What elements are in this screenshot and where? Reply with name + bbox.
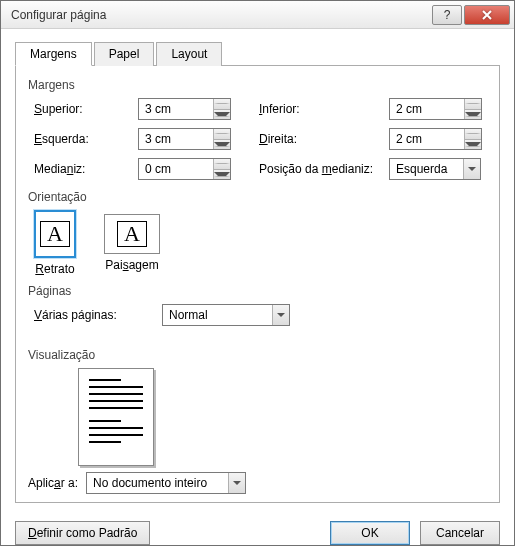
spinner-up-icon[interactable] [214,159,230,170]
orientation-landscape[interactable]: A Paisagem [104,210,160,276]
ok-button[interactable]: OK [330,521,410,545]
varias-paginas-select[interactable]: Normal [162,304,290,326]
varias-paginas-label: Várias páginas: [34,308,117,322]
esquerda-input[interactable] [138,128,231,150]
direita-label: Direita: [259,132,297,146]
page-setup-dialog: Configurar página ? Margens Papel Layout… [0,0,515,546]
spinner-up-icon[interactable] [214,99,230,110]
aplicar-select[interactable]: No documento inteiro [86,472,246,494]
aplicar-label: Aplicar a: [28,476,78,490]
window-title: Configurar página [11,8,430,22]
margens-group-label: Margens [28,78,487,92]
tabs: Margens Papel Layout [15,41,500,66]
orientation-landscape-label: Paisagem [104,258,160,272]
spinner-down-icon[interactable] [465,140,481,150]
inferior-label: Inferior: [259,102,300,116]
spinner-down-icon[interactable] [214,140,230,150]
panel-margens: Margens Superior: Inferior: Esquerda: Di… [15,66,500,503]
inferior-input[interactable] [389,98,482,120]
chevron-down-icon [272,305,289,325]
help-button[interactable]: ? [432,5,462,25]
superior-input[interactable] [138,98,231,120]
spinner-up-icon[interactable] [465,99,481,110]
tab-margens[interactable]: Margens [15,42,92,66]
close-icon [481,9,493,21]
cancel-button[interactable]: Cancelar [420,521,500,545]
set-default-label: Definir como Padrão [28,526,137,540]
close-button[interactable] [464,5,510,25]
tab-papel[interactable]: Papel [94,42,155,66]
landscape-icon: A [117,221,147,247]
medianiz-input[interactable] [138,158,231,180]
spinner-down-icon[interactable] [465,110,481,120]
spinner-up-icon[interactable] [214,129,230,140]
pos-medianiz-label: Posição da medianiz: [259,162,373,176]
visualizacao-group-label: Visualização [28,348,487,362]
pos-medianiz-select[interactable]: Esquerda [389,158,481,180]
spinner-down-icon[interactable] [214,110,230,120]
tab-layout[interactable]: Layout [156,42,222,66]
medianiz-label: Medianiz: [34,162,85,176]
set-default-button[interactable]: Definir como Padrão [15,521,150,545]
esquerda-label: Esquerda: [34,132,89,146]
orientacao-group-label: Orientação [28,190,487,204]
portrait-icon: A [40,221,70,247]
spinner-down-icon[interactable] [214,170,230,180]
paginas-group-label: Páginas [28,284,487,298]
help-icon: ? [444,8,451,22]
titlebar: Configurar página ? [1,1,514,29]
orientation-portrait[interactable]: A Retrato [34,210,76,276]
spinner-up-icon[interactable] [465,129,481,140]
chevron-down-icon [228,473,245,493]
chevron-down-icon [463,159,480,179]
orientation-portrait-label: Retrato [34,262,76,276]
preview-icon [78,368,154,466]
superior-label: Superior: [34,102,83,116]
direita-input[interactable] [389,128,482,150]
